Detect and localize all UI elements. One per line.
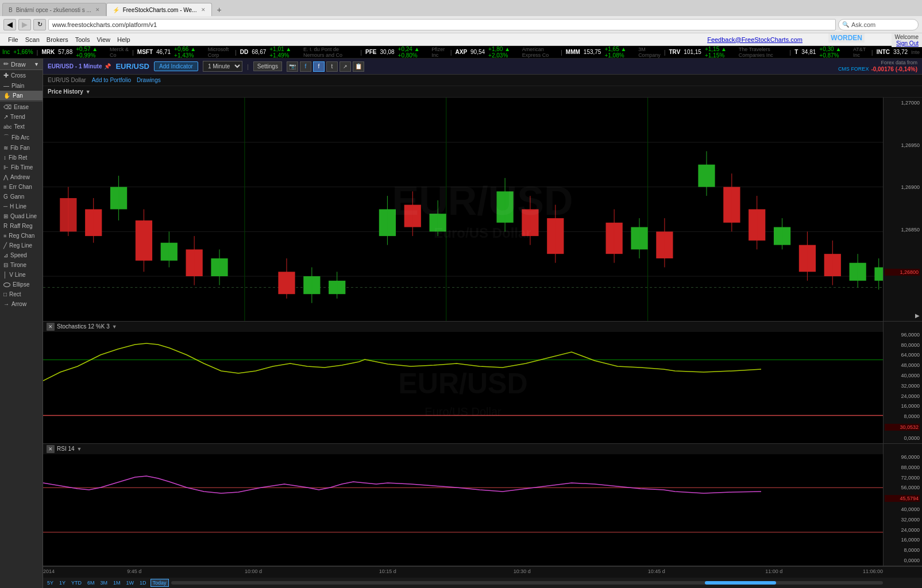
price-1-26950: 1,26950 bbox=[885, 142, 920, 148]
sidebar-btn-fib-arc[interactable]: ⌒ Fib Arc bbox=[0, 131, 43, 143]
ticker-t: T bbox=[794, 49, 798, 55]
share-icon-4[interactable]: ↗ bbox=[340, 61, 351, 72]
time-1106: 11:06:00 bbox=[863, 568, 883, 574]
sidebar-btn-speed[interactable]: ⊿ Speed bbox=[0, 250, 43, 260]
add-indicator-button[interactable]: Add Indicator bbox=[154, 61, 198, 71]
time-1000: 10:00 d bbox=[245, 568, 262, 574]
menu-item-help[interactable]: Help bbox=[114, 36, 134, 44]
sidebar-btn-quad-line[interactable]: ⊞ Quad Line bbox=[0, 211, 43, 221]
period-1y[interactable]: 1Y bbox=[57, 579, 67, 586]
menu-item-view[interactable]: View bbox=[93, 36, 114, 44]
currency-pair-label: EUR/US Dollar bbox=[48, 77, 86, 83]
price-history-arrow: ▼ bbox=[86, 89, 91, 95]
settings-button[interactable]: Settings bbox=[253, 61, 282, 71]
time-1030: 10:30 d bbox=[514, 568, 531, 574]
address-input[interactable] bbox=[48, 19, 836, 30]
sign-out-link[interactable]: Sign Out bbox=[896, 40, 919, 47]
menu-item-tools[interactable]: Tools bbox=[72, 36, 94, 44]
feedback-link[interactable]: Feedback@FreeStockCharts.com bbox=[707, 36, 803, 43]
toolbar-icons: 📷 f f t ↗ 📋 bbox=[287, 61, 364, 72]
scroll-track[interactable] bbox=[171, 581, 883, 585]
menu-item-scan[interactable]: Scan bbox=[22, 36, 43, 44]
sidebar-btn-trend[interactable]: ↗ Trend bbox=[0, 112, 43, 122]
main-price-scale: 1,27000 1,26950 1,26900 1,26850 1,26800 … bbox=[883, 98, 922, 321]
back-button[interactable]: ◀ bbox=[3, 19, 16, 30]
sidebar-btn-raff-reg[interactable]: R Raff Reg bbox=[0, 221, 43, 231]
scroll-thumb[interactable] bbox=[705, 581, 776, 585]
sidebar-btn-fib-time[interactable]: ⊩ Fib Time bbox=[0, 163, 43, 172]
sidebar-btn-andrew[interactable]: ⋀ Andrew bbox=[0, 172, 43, 182]
share-icon-1[interactable]: f bbox=[300, 61, 311, 72]
period-5y[interactable]: 5Y bbox=[45, 579, 55, 586]
sub-header: EUR/US Dollar Add to Portfolio Drawings bbox=[43, 75, 922, 86]
chart-pin-icon: 📌 bbox=[104, 63, 111, 69]
scale-arrow-right[interactable]: ▶ bbox=[885, 312, 920, 319]
sidebar-btn-fib-fan[interactable]: ≋ Fib Fan bbox=[0, 143, 43, 153]
sidebar-btn-text[interactable]: abc Text bbox=[0, 122, 43, 131]
fib-fan-icon: ≋ bbox=[3, 145, 8, 151]
draw-arrow: ▼ bbox=[34, 61, 39, 67]
sidebar-btn-gann[interactable]: G Gann bbox=[0, 192, 43, 202]
chart-area: EUR/USD - 1 Minute 📌 EUR/USD Add Indicat… bbox=[43, 59, 922, 588]
period-1m[interactable]: 1M bbox=[111, 579, 122, 586]
clipboard-icon[interactable]: 📋 bbox=[353, 61, 364, 72]
sidebar-btn-v-line[interactable]: │ V Line bbox=[0, 270, 43, 280]
tab-close[interactable]: ✕ bbox=[95, 7, 100, 13]
time-axis: 2014 9:45 d 10:00 d 10:15 d 10:30 d 10:4… bbox=[43, 566, 922, 578]
ticker-trv: TRV bbox=[669, 49, 681, 55]
sidebar-btn-err-chan[interactable]: ≡ Err Chan bbox=[0, 182, 43, 192]
ask-search-box[interactable]: 🔍 Ask.com bbox=[838, 19, 919, 30]
time-1100: 11:00 d bbox=[765, 568, 782, 574]
sidebar-btn-tirone[interactable]: ⊟ Tirone bbox=[0, 260, 43, 270]
sidebar-btn-plain[interactable]: — Plain bbox=[0, 81, 43, 91]
price-1-26850: 1,26850 bbox=[885, 227, 920, 233]
drawings-link[interactable]: Drawings bbox=[137, 77, 161, 83]
pipe-sep: | bbox=[247, 63, 249, 70]
period-1w[interactable]: 1W bbox=[125, 579, 136, 586]
period-6m[interactable]: 6M bbox=[86, 579, 97, 586]
rsi-arrow[interactable]: ▼ bbox=[77, 446, 82, 452]
sidebar-btn-cross[interactable]: ✚ Cross bbox=[0, 70, 43, 81]
stoch-close-btn[interactable]: ✕ bbox=[47, 323, 55, 331]
sidebar-btn-rect[interactable]: □ Rect bbox=[0, 289, 43, 299]
sidebar-btn-reg-chan[interactable]: ≡ Reg Chan bbox=[0, 231, 43, 241]
new-tab-button[interactable]: + bbox=[212, 3, 226, 16]
time-labels: 2014 9:45 d 10:00 d 10:15 d 10:30 d 10:4… bbox=[43, 567, 883, 578]
sidebar-btn-reg-line[interactable]: ╱ Reg Line bbox=[0, 241, 43, 250]
tab-inactive[interactable]: B Binární opce - zkušenosti s ... ✕ bbox=[2, 3, 106, 16]
period-1d[interactable]: 1D bbox=[138, 579, 148, 586]
period-today[interactable]: Today bbox=[151, 579, 169, 587]
sidebar-btn-fib-ret[interactable]: ↕ Fib Ret bbox=[0, 153, 43, 163]
stoch-price-scale: 96,0000 80,0000 64,0000 48,0000 40,0000 … bbox=[883, 322, 922, 443]
rsi-price-scale: 96,0000 88,0000 72,0000 56,0000 45,5794 … bbox=[883, 444, 922, 566]
sidebar-btn-erase[interactable]: ⌫ Erase bbox=[0, 102, 43, 112]
sidebar-btn-pan[interactable]: ✋ Pan bbox=[0, 91, 43, 100]
scroll-bar-area: 5Y 1Y YTD 6M 3M 1M 1W 1D Today bbox=[43, 578, 922, 588]
share-icon-3[interactable]: t bbox=[326, 61, 338, 72]
sidebar-btn-ellipse[interactable]: Ellipse bbox=[0, 280, 43, 289]
worden-logo: WORDEN bbox=[828, 33, 865, 42]
timeframe-select[interactable]: 1 Minute bbox=[203, 61, 242, 72]
sidebar-btn-h-line[interactable]: ─ H Line bbox=[0, 202, 43, 211]
refresh-button[interactable]: ↻ bbox=[33, 19, 46, 30]
andrew-icon: ⋀ bbox=[3, 174, 8, 180]
symbol-label[interactable]: EUR/USD bbox=[115, 62, 149, 71]
sidebar-btn-arrow[interactable]: → Arrow bbox=[0, 299, 43, 309]
draw-header[interactable]: ✏ Draw ▼ bbox=[0, 59, 43, 70]
stoch-title: Stochastics 12 %K 3 bbox=[57, 323, 110, 330]
add-portfolio-link[interactable]: Add to Portfolio bbox=[92, 77, 131, 83]
camera-icon[interactable]: 📷 bbox=[287, 61, 298, 72]
time-945: 9:45 d bbox=[127, 568, 141, 574]
price-history-header[interactable]: Price History ▼ bbox=[43, 86, 922, 98]
menu-item-file[interactable]: File bbox=[5, 36, 22, 44]
stoch-arrow[interactable]: ▼ bbox=[112, 324, 117, 330]
rsi-close-btn[interactable]: ✕ bbox=[47, 445, 55, 453]
period-ytd[interactable]: YTD bbox=[70, 579, 83, 586]
forward-button[interactable]: ▶ bbox=[18, 19, 31, 30]
erase-icon: ⌫ bbox=[3, 104, 11, 110]
menu-item-brokers[interactable]: Brokers bbox=[43, 36, 72, 44]
tab-close-active[interactable]: ✕ bbox=[201, 7, 206, 13]
share-icon-2[interactable]: f bbox=[313, 61, 325, 72]
tab-active[interactable]: ⚡ FreeStockCharts.com - We... ✕ bbox=[106, 3, 213, 16]
period-3m[interactable]: 3M bbox=[99, 579, 110, 586]
